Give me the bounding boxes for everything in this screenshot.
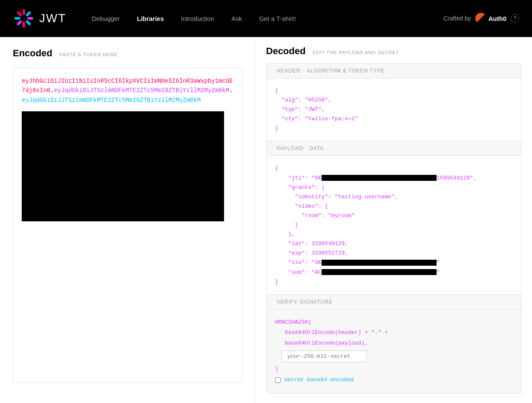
qr-image-placeholder xyxy=(22,111,224,221)
secret-input[interactable] xyxy=(282,351,367,362)
verify-line3: base64UrlEncode(payload), xyxy=(282,340,368,346)
crafted-by-label: Crafted by xyxy=(443,15,471,22)
left-panel: Encoded PASTE A TOKEN HERE eyJhbGciOiJIU… xyxy=(0,37,256,403)
svg-rect-7 xyxy=(16,11,22,17)
payload-jti-redacted xyxy=(322,175,437,181)
svg-rect-6 xyxy=(14,17,20,20)
verify-close-paren: ) xyxy=(275,365,279,372)
decoded-title: Decoded xyxy=(266,46,306,56)
svg-rect-0 xyxy=(23,9,25,15)
verify-section-body: HMACSHA256( base64UrlEncode(header) + ".… xyxy=(267,310,521,393)
payload-iss-redacted xyxy=(322,260,437,266)
checkbox-row: secret base64 encoded xyxy=(275,375,512,386)
payload-label: PAYLOAD: xyxy=(277,145,305,151)
encoded-token: eyJhbGciOiJIUzI1NiIsInR5cCI6IkpXVCIsImN0… xyxy=(22,76,233,105)
nav-debugger[interactable]: Debugger xyxy=(92,15,120,22)
payload-sub-end: " xyxy=(437,269,440,275)
payload-grants: "grants": { xyxy=(288,184,325,191)
payload-sublabel: DATA xyxy=(309,145,324,151)
payload-video-close: } xyxy=(295,222,298,228)
header-section-header: HEADER: ALGORITHM & TOKEN TYPE xyxy=(267,64,521,78)
payload-sub-redacted xyxy=(322,269,437,275)
payload-iss-key: "iss": "SK xyxy=(288,259,322,266)
main-content: Encoded PASTE A TOKEN HERE eyJhbGciOiJIU… xyxy=(0,37,532,403)
payload-room: "room": "myroom" xyxy=(302,212,355,219)
logo-text: JWT xyxy=(39,12,66,25)
decoded-title-row: Decoded EDIT THE PAYLOAD AND SECRET xyxy=(266,46,521,57)
header-section-body[interactable]: { "alg": "HS256", "typ": "JWT", "cty": "… xyxy=(267,78,521,141)
header-label: HEADER: xyxy=(277,68,302,74)
navbar: JWT Debugger Libraries Introduction Ask … xyxy=(0,0,532,37)
payload-jti-end: 1599549129", xyxy=(437,175,477,181)
payload-section-body[interactable]: { "jti": "SK1599549129", "grants": { "id… xyxy=(267,156,521,294)
payload-sub-key: "sub": "AC xyxy=(288,269,322,275)
verify-line2: base64UrlEncode(header) + "." + xyxy=(282,329,388,336)
header-sublabel: ALGORITHM & TOKEN TYPE xyxy=(307,68,385,74)
decoded-subtitle: EDIT THE PAYLOAD AND SECRET xyxy=(313,50,399,55)
payload-grants-close: }, xyxy=(288,231,295,238)
encoded-box[interactable]: eyJhbGciOiJIUzI1NiIsInR5cCI6IkpXVCIsImN0… xyxy=(13,67,242,383)
verify-line1: HMACSHA256( xyxy=(275,319,312,325)
checkbox-label: secret base64 encoded xyxy=(284,375,354,386)
svg-rect-5 xyxy=(16,20,22,26)
payload-open-brace: { xyxy=(275,165,279,171)
header-cty: "cty": "twilio-fpa;v=1" xyxy=(282,116,358,122)
token-part3: eyJqdGkiOiJJTSzlmNDFkMTE2ZTc5MmI0ZTBiYzl… xyxy=(22,97,201,104)
nav-introduction[interactable]: Introduction xyxy=(181,15,214,22)
help-icon[interactable]: ? xyxy=(511,14,519,23)
nav-ask[interactable]: Ask xyxy=(231,15,242,22)
payload-jti-key: "jti": "SK xyxy=(288,175,322,181)
auth0-label: Auth0 xyxy=(489,15,507,22)
token-dot2: . xyxy=(229,87,233,94)
header-alg: "alg": "HS256", xyxy=(282,97,331,103)
header-typ: "typ": "JWT", xyxy=(282,106,325,113)
header-close-brace: } xyxy=(275,125,279,131)
payload-section-header: PAYLOAD: DATA xyxy=(267,141,521,156)
secret-input-row xyxy=(275,351,512,362)
decoded-container: HEADER: ALGORITHM & TOKEN TYPE { "alg": … xyxy=(266,63,521,394)
header-open-brace: { xyxy=(275,87,279,94)
navbar-nav: Debugger Libraries Introduction Ask Get … xyxy=(92,15,443,22)
payload-iat: "iat": 1599549129, xyxy=(288,241,348,247)
nav-tshirt[interactable]: Get a T-shirt! xyxy=(259,15,296,22)
payload-identity: "identity": "testing-username", xyxy=(295,194,398,200)
svg-rect-4 xyxy=(23,22,25,28)
token-dot1: . xyxy=(50,87,54,94)
verify-label: VERIFY SIGNATURE xyxy=(277,299,333,305)
right-panel: Decoded EDIT THE PAYLOAD AND SECRET HEAD… xyxy=(256,37,532,403)
svg-rect-2 xyxy=(27,17,33,20)
svg-rect-3 xyxy=(26,20,32,26)
auth0-icon xyxy=(475,13,486,24)
svg-rect-1 xyxy=(26,11,32,17)
payload-exp: "exp": 1599552729, xyxy=(288,250,348,256)
verify-section-header: VERIFY SIGNATURE xyxy=(267,295,521,310)
encoded-title: Encoded xyxy=(13,48,52,58)
navbar-right: Crafted by Auth0 ? xyxy=(443,13,519,24)
payload-video: "video": { xyxy=(295,203,328,209)
logo: JWT xyxy=(13,7,66,29)
jwt-logo-icon xyxy=(13,7,35,29)
encoded-subtitle: PASTE A TOKEN HERE xyxy=(59,52,118,57)
payload-close-brace: } xyxy=(275,278,279,285)
token-part2: eyJqdGkiOiJTSzlmNDFkMTE2ZTc5MmI0ZTBiYzll… xyxy=(54,87,230,94)
nav-libraries[interactable]: Libraries xyxy=(137,15,164,22)
base64-checkbox[interactable] xyxy=(275,377,281,383)
auth0-logo[interactable]: Auth0 xyxy=(475,13,507,24)
payload-iss-end: " xyxy=(437,259,440,266)
encoded-title-row: Encoded PASTE A TOKEN HERE xyxy=(13,48,242,59)
